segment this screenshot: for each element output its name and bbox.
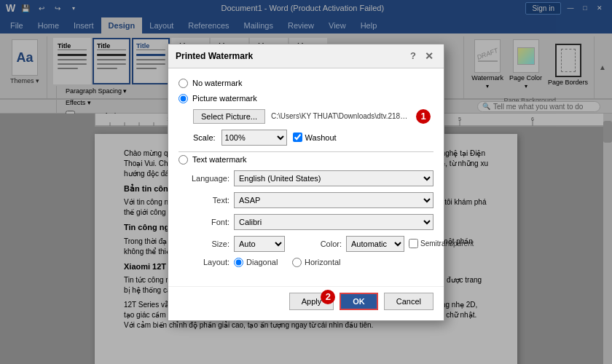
text-row: Text: ASAP — [178, 192, 434, 208]
washout-label: Washout — [293, 132, 337, 142]
select-picture-row: Select Picture... C:\Users\KY THUAT\Down… — [193, 109, 434, 124]
dialog-title: Printed Watermark — [176, 51, 253, 61]
dialog-footer: Apply 2 OK Cancel — [168, 286, 444, 320]
dialog-overlay: Printed Watermark ? ✕ No watermark Pictu… — [0, 0, 612, 364]
language-row: Language: English (United States) — [178, 170, 434, 186]
text-watermark-radio[interactable] — [178, 155, 188, 165]
dialog-close-button[interactable]: ✕ — [422, 49, 436, 63]
language-label: Language: — [178, 174, 230, 183]
picture-watermark-label[interactable]: Picture watermark — [192, 94, 257, 103]
scale-row: Scale: 100% Washout — [193, 130, 434, 146]
text-label: Text: — [178, 196, 230, 205]
text-watermark-row: Text watermark — [178, 155, 434, 165]
scale-select[interactable]: 100% — [221, 130, 287, 146]
semitransparent-checkbox[interactable] — [409, 239, 418, 248]
color-select[interactable]: Automatic — [346, 236, 404, 252]
no-watermark-row: No watermark — [178, 79, 434, 88]
size-label: Size: — [178, 240, 230, 248]
font-row: Font: Calibri — [178, 214, 434, 230]
layout-row: Layout: Diagonal Horizontal — [178, 258, 434, 267]
scale-label: Scale: — [193, 133, 216, 142]
ok-button[interactable]: OK — [340, 293, 378, 310]
dialog-help-icon[interactable]: ? — [410, 50, 416, 61]
diagonal-option[interactable]: Diagonal — [234, 258, 285, 267]
ok-button-wrapper: 2 OK — [340, 293, 378, 310]
font-label: Font: — [178, 218, 230, 226]
cancel-button[interactable]: Cancel — [384, 293, 434, 310]
no-watermark-label[interactable]: No watermark — [192, 79, 242, 87]
no-watermark-radio[interactable] — [178, 79, 188, 88]
dialog-title-bar: Printed Watermark ? ✕ — [168, 44, 444, 68]
size-row: Size: Auto — [178, 236, 285, 252]
font-select[interactable]: Calibri — [234, 214, 434, 230]
badge-1: 1 — [416, 109, 431, 124]
printed-watermark-dialog: Printed Watermark ? ✕ No watermark Pictu… — [168, 44, 444, 321]
horizontal-radio[interactable] — [292, 258, 302, 267]
semitransparent-label: Semitransparent — [409, 239, 460, 248]
dialog-body: No watermark Picture watermark Select Pi… — [168, 68, 444, 283]
color-row: Color: Automatic Semitransparent — [291, 236, 460, 252]
text-select[interactable]: ASAP — [234, 192, 434, 208]
size-color-row: Size: Auto Color: Automatic Semitranspar… — [178, 236, 434, 252]
select-picture-button[interactable]: Select Picture... — [193, 109, 265, 124]
picture-watermark-radio[interactable] — [178, 94, 188, 103]
washout-checkbox[interactable] — [293, 132, 302, 142]
diagonal-radio[interactable] — [234, 258, 243, 267]
picture-watermark-row: Picture watermark — [178, 94, 434, 103]
size-select[interactable]: Auto — [234, 236, 285, 252]
text-watermark-label[interactable]: Text watermark — [192, 155, 247, 164]
layout-label: Layout: — [178, 258, 230, 266]
horizontal-option[interactable]: Horizontal — [292, 258, 343, 267]
color-label: Color: — [291, 240, 342, 248]
file-path-display: C:\Users\KY THUAT\Downloads\dtv.2181eec.… — [271, 112, 410, 120]
language-select[interactable]: English (United States) — [234, 170, 434, 186]
badge-2: 2 — [321, 290, 335, 304]
